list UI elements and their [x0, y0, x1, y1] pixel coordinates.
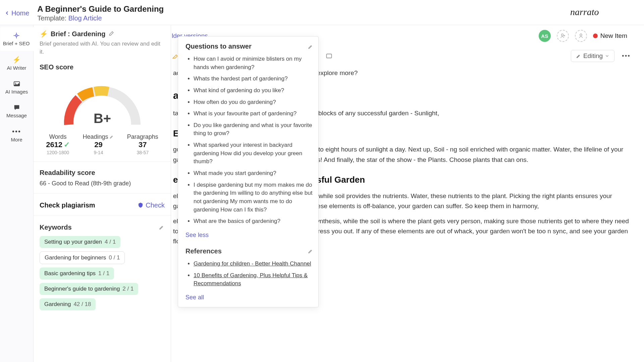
readability-title: Readability score — [40, 169, 165, 177]
see-less-link[interactable]: See less — [185, 232, 209, 239]
plagiarism-check-button[interactable]: Check — [138, 201, 165, 209]
rail-ai-images[interactable]: AI Images — [0, 75, 33, 99]
rail-brief-seo[interactable]: Brief + SEO — [0, 27, 34, 51]
pencil-icon[interactable] — [308, 248, 314, 254]
brand-logo: narrato — [570, 4, 631, 22]
paragraphs-range: 38-57 — [127, 150, 158, 155]
message-icon — [13, 104, 20, 111]
edit-icon[interactable] — [108, 31, 114, 37]
paragraphs-value: 37 — [127, 140, 158, 149]
question-item: Do you like gardening and what is your f… — [194, 121, 314, 138]
dots-icon: ••• — [12, 128, 21, 135]
questions-title: Questions to answer — [185, 43, 252, 50]
avatar[interactable]: AS — [539, 30, 551, 42]
svg-point-9 — [561, 34, 563, 36]
question-item: What made you start gardening? — [194, 169, 314, 178]
brief-title: Brief : Gardening — [51, 30, 105, 38]
check-icon: ✓ — [64, 140, 70, 149]
svg-text:narrato: narrato — [570, 7, 599, 17]
rail-more[interactable]: ••• More — [0, 123, 33, 147]
keyword-chip[interactable]: Gardening for beginners0 / 1 — [40, 251, 125, 264]
rail-ai-writer[interactable]: ⚡ AI Writer — [0, 51, 33, 75]
svg-point-12 — [580, 34, 582, 36]
question-item: What kind of gardening do you like? — [194, 86, 314, 95]
svg-rect-30 — [327, 54, 332, 58]
headings-value: 29 — [83, 140, 114, 149]
bolt-icon: ⚡ — [12, 56, 21, 64]
references-title: References — [185, 247, 222, 255]
shield-icon — [138, 202, 144, 208]
plagiarism-title: Check plagiarism — [40, 201, 95, 209]
see-all-link[interactable]: See all — [185, 294, 204, 301]
pencil-icon — [576, 53, 581, 59]
code-block-button[interactable] — [326, 53, 332, 59]
editing-mode-select[interactable]: Editing — [571, 50, 614, 62]
assign-button[interactable] — [575, 30, 587, 42]
pencil-icon[interactable] — [109, 134, 114, 139]
words-range: 1200-1800 — [46, 150, 70, 155]
chevron-down-icon — [605, 54, 609, 58]
rail-message[interactable]: Message — [0, 99, 33, 123]
question-item: What is your favourite part of gardening… — [194, 110, 314, 118]
pencil-icon[interactable] — [159, 224, 165, 230]
keywords-title: Keywords — [40, 224, 72, 231]
seo-score-title: SEO score — [40, 63, 165, 71]
paragraphs-label: Paragraphs — [127, 133, 158, 140]
user-icon — [578, 33, 584, 39]
status-badge[interactable]: New Item — [593, 32, 627, 40]
image-icon — [13, 80, 20, 87]
user-plus-icon — [560, 33, 566, 39]
question-item: What sparked your interest in backyard g… — [194, 141, 314, 166]
headings-range: 9-14 — [83, 150, 114, 155]
keyword-chip[interactable]: Beginner's guide to gardening2 / 1 — [40, 283, 138, 295]
keyword-chip[interactable]: Setting up your garden4 / 1 — [40, 236, 120, 248]
readability-value: 66 - Good to Read (8th-9th grade) — [40, 180, 165, 187]
keyword-chip[interactable]: Gardening42 / 18 — [40, 298, 96, 310]
target-icon — [13, 32, 20, 39]
keyword-chip[interactable]: Basic gardening tips1 / 1 — [40, 267, 114, 280]
status-dot-icon — [593, 34, 598, 38]
question-item: I despise gardening but my mom makes me … — [194, 181, 314, 214]
reference-item[interactable]: 10 Benefits of Gardening, Plus Helpful T… — [194, 272, 314, 288]
svg-point-7 — [15, 83, 16, 84]
svg-text:B+: B+ — [93, 111, 111, 126]
question-item: What are the basics of gardening? — [194, 217, 314, 226]
bolt-icon: ⚡ — [40, 30, 48, 38]
home-link[interactable]: Home — [4, 9, 29, 17]
questions-popup: Questions to answer How can I avoid or m… — [178, 36, 319, 307]
words-label: Words — [46, 133, 70, 140]
reference-item[interactable]: Gardening for children - Better Health C… — [194, 260, 314, 268]
svg-point-1 — [15, 35, 17, 37]
question-item: How often do you do gardening? — [194, 98, 314, 107]
template-link[interactable]: Blog Article — [68, 14, 102, 22]
pencil-icon[interactable] — [308, 44, 314, 50]
question-item: Whats the hardest part of gardening? — [194, 75, 314, 83]
seo-gauge: B+ — [40, 74, 165, 131]
template-line: Template: Blog Article — [37, 14, 164, 22]
words-value: 2612 — [46, 140, 62, 149]
page-title: A Beginner's Guide to Gardening — [37, 4, 164, 14]
question-item: How can I avoid or minimize blisters on … — [194, 55, 314, 71]
brief-subtitle: Brief generated with AI. You can review … — [40, 40, 165, 56]
headings-label: Headings — [83, 133, 108, 140]
chevron-left-icon — [4, 10, 10, 16]
highlight-button[interactable] — [172, 53, 178, 59]
add-collaborator-button[interactable] — [557, 30, 569, 42]
more-button[interactable]: ••• — [622, 52, 631, 60]
home-label: Home — [11, 9, 29, 17]
